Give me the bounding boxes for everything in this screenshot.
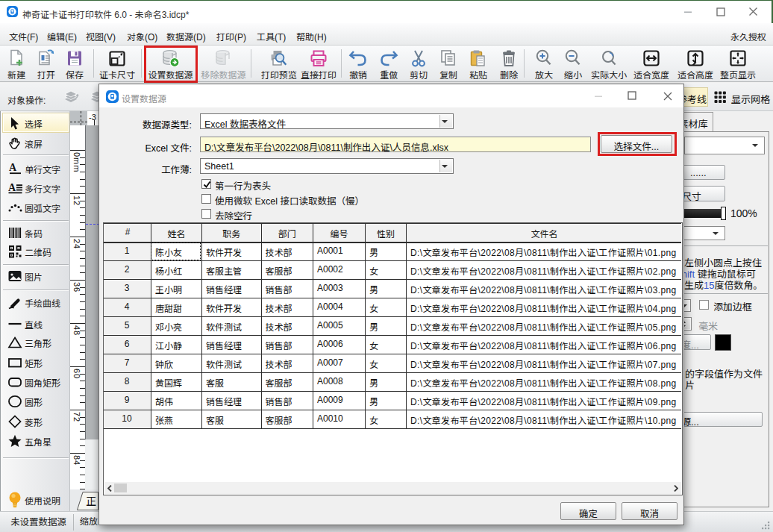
svg-text:A: A: [9, 162, 17, 173]
svg-text:正: 正: [86, 495, 96, 507]
svg-text:A: A: [8, 182, 16, 193]
